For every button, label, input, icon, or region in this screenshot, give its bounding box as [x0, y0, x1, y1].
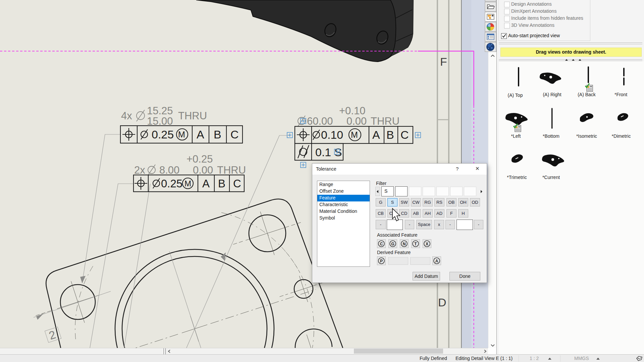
svg-text:N: N [403, 242, 406, 246]
svg-text:2: 2 [47, 328, 57, 342]
svg-text:0.10: 0.10 [321, 128, 343, 141]
svg-text:C: C [380, 242, 383, 246]
svg-text:P: P [380, 259, 383, 263]
svg-text:X: X [426, 242, 428, 246]
svg-text:60.00: 60.00 [307, 115, 333, 127]
svg-text:M: M [351, 130, 358, 139]
svg-text:4x: 4x [121, 110, 132, 122]
svg-text:0.00: 0.00 [193, 164, 213, 176]
svg-text:M: M [184, 179, 191, 188]
svg-text:+0.10: +0.10 [339, 105, 365, 117]
svg-text:0.00: 0.00 [346, 115, 367, 127]
svg-text:15.25: 15.25 [147, 105, 173, 117]
svg-text:B: B [214, 128, 221, 141]
svg-text:THRU: THRU [371, 115, 399, 127]
svg-text:G: G [391, 242, 394, 246]
svg-text:0.25: 0.25 [152, 128, 174, 141]
svg-text:15.00: 15.00 [147, 115, 173, 127]
svg-text:A: A [197, 128, 204, 141]
svg-text:THRU: THRU [178, 110, 207, 122]
svg-text:C: C [230, 128, 239, 141]
svg-text:T: T [414, 242, 417, 246]
svg-text:8.00: 8.00 [159, 164, 179, 176]
svg-text:2x: 2x [134, 164, 145, 176]
svg-text:B: B [386, 128, 394, 141]
svg-text:0.1 S: 0.1 S [315, 146, 342, 159]
svg-text:0.25: 0.25 [161, 177, 182, 190]
svg-text:C: C [233, 177, 241, 190]
svg-text:A: A [372, 128, 380, 141]
svg-text:M: M [178, 130, 185, 139]
svg-text:F: F [440, 55, 447, 68]
svg-text:D: D [438, 296, 446, 309]
svg-text:A: A [435, 259, 438, 263]
svg-text:+0.25: +0.25 [186, 153, 213, 165]
svg-text:A: A [202, 177, 210, 190]
svg-text:B: B [218, 177, 225, 190]
svg-text:THRU: THRU [217, 164, 246, 176]
svg-text:C: C [400, 128, 409, 141]
